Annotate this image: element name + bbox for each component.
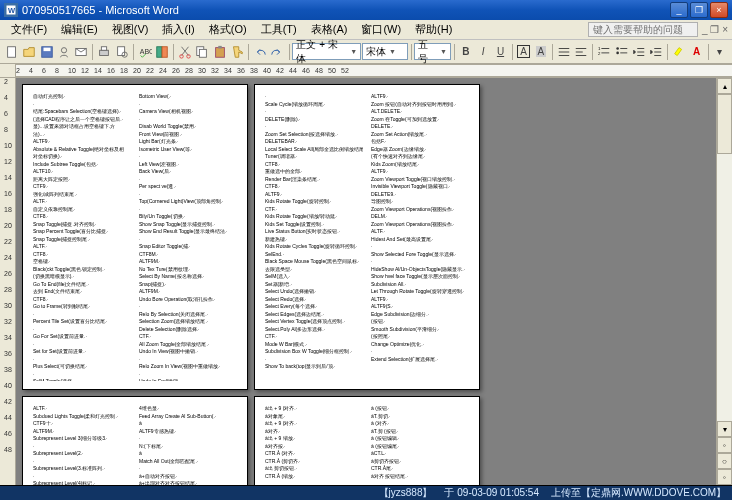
svg-point-23 <box>616 51 619 54</box>
copy-button[interactable] <box>194 43 210 61</box>
font-combo[interactable]: 宋体▼ <box>362 43 407 60</box>
scroll-thumb[interactable] <box>717 94 732 154</box>
spell-button[interactable]: ABC <box>137 43 153 61</box>
menu-format[interactable]: 格式(O) <box>202 20 254 39</box>
status-upload: 上传至【定鼎网.WWW.DDOVE.COM】 <box>551 486 726 500</box>
menu-help[interactable]: 帮助(H) <box>408 20 459 39</box>
svg-rect-19 <box>218 45 222 48</box>
document-area: 自动灯光控制.ᐧᐧ结尾:Spacebars Selection(空格键选择).ᐧ… <box>16 78 716 485</box>
browse-object-button[interactable]: ○ <box>717 453 732 469</box>
menu-window[interactable]: 窗口(W) <box>354 20 408 39</box>
page-1: 自动灯光控制.ᐧᐧ结尾:Spacebars Selection(空格键选择).ᐧ… <box>22 84 248 390</box>
char-shade-button[interactable]: A <box>533 43 549 61</box>
close-button[interactable]: × <box>710 2 728 18</box>
outdent-button[interactable] <box>631 43 647 61</box>
scroll-down-button[interactable]: ▾ <box>717 421 732 437</box>
svg-rect-13 <box>162 46 167 57</box>
status-timestamp: 于 09-03-09 01:05:54 <box>444 486 539 500</box>
svg-rect-2 <box>8 46 16 57</box>
font-color-button[interactable]: A <box>689 43 705 61</box>
cut-button[interactable] <box>177 43 193 61</box>
toolbar: ABC 正文 + 宋体▼ 宋体▼ 五号▼ B I U A A 12 A ▾ <box>0 40 732 64</box>
scroll-track[interactable] <box>717 94 732 421</box>
undo-button[interactable] <box>252 43 268 61</box>
italic-button[interactable]: I <box>475 43 491 61</box>
size-combo[interactable]: 五号▼ <box>414 43 451 60</box>
char-border-button[interactable]: A <box>516 43 532 61</box>
align-left-button[interactable] <box>573 43 589 61</box>
style-combo[interactable]: 正文 + 宋体▼ <box>292 43 361 60</box>
svg-rect-17 <box>200 49 207 57</box>
ruler-vertical[interactable]: 2468101214161820222426283032343638404244… <box>0 78 16 485</box>
format-painter-button[interactable] <box>229 43 245 61</box>
vertical-scrollbar[interactable]: ▴ ▾ ◦ ○ ◦ <box>716 78 732 485</box>
svg-rect-18 <box>215 47 224 57</box>
menu-tools[interactable]: 工具(T) <box>254 20 304 39</box>
minimize-button[interactable]: _ <box>670 2 688 18</box>
redo-button[interactable] <box>269 43 285 61</box>
open-button[interactable] <box>21 43 37 61</box>
svg-rect-4 <box>43 47 50 51</box>
print-button[interactable] <box>96 43 112 61</box>
svg-point-22 <box>616 47 619 50</box>
svg-rect-8 <box>102 46 107 50</box>
underline-button[interactable]: U <box>492 43 508 61</box>
mdi-buttons[interactable]: _ ❐ × <box>702 24 728 35</box>
scroll-up-button[interactable]: ▴ <box>717 78 732 94</box>
svg-point-5 <box>61 47 66 52</box>
bold-button[interactable]: B <box>458 43 474 61</box>
email-button[interactable] <box>73 43 89 61</box>
page-3: ALTF.ᐧSubdued Lights Toggle(柔和灯光控制.ᐧCTF9… <box>22 396 248 485</box>
print-preview-button[interactable] <box>113 43 129 61</box>
menu-file[interactable]: 文件(F) <box>4 20 54 39</box>
menu-insert[interactable]: 插入(I) <box>155 20 201 39</box>
svg-text:W: W <box>8 6 16 15</box>
more-button[interactable]: ▾ <box>712 43 728 61</box>
window-titlebar: W 070950517665 - Microsoft Word _ ❐ × <box>0 0 732 20</box>
window-title: 070950517665 - Microsoft Word <box>22 4 670 16</box>
status-user: 【jyzs888】 <box>379 486 433 500</box>
new-button[interactable] <box>4 43 20 61</box>
svg-text:2: 2 <box>598 50 601 55</box>
app-icon: W <box>4 3 18 17</box>
svg-rect-9 <box>117 46 124 55</box>
svg-rect-12 <box>157 46 162 57</box>
align-dist-button[interactable] <box>556 43 572 61</box>
menu-table[interactable]: 表格(A) <box>304 20 355 39</box>
prev-page-button[interactable]: ◦ <box>717 437 732 453</box>
help-search-input[interactable] <box>588 22 698 37</box>
numbered-list-button[interactable]: 12 <box>596 43 612 61</box>
indent-button[interactable] <box>648 43 664 61</box>
page-2: ᐧScale Cycle(缩放循环周尾.ᐧᐧDELETE(删除).ᐧᐧZoom … <box>254 84 480 390</box>
paste-button[interactable] <box>212 43 228 61</box>
highlight-button[interactable] <box>671 43 687 61</box>
page-4: à出 + 9 (对齐.ᐧà对象尾.ᐧà出 + 9 (对齐.ᐧà对齐.ᐧà出 + … <box>254 396 480 485</box>
menu-edit[interactable]: 编辑(E) <box>54 20 105 39</box>
svg-rect-7 <box>100 50 109 55</box>
status-bar: 【jyzs888】 于 09-03-09 01:05:54 上传至【定鼎网.WW… <box>0 485 732 500</box>
svg-text:ABC: ABC <box>140 47 152 54</box>
bullet-list-button[interactable] <box>614 43 630 61</box>
menu-bar: 文件(F) 编辑(E) 视图(V) 插入(I) 格式(O) 工具(T) 表格(A… <box>0 20 732 40</box>
maximize-button[interactable]: ❐ <box>690 2 708 18</box>
next-page-button[interactable]: ◦ <box>717 469 732 485</box>
save-button[interactable] <box>39 43 55 61</box>
research-button[interactable] <box>154 43 170 61</box>
ruler-horizontal[interactable]: 2468101214161820222426283032343638404244… <box>0 64 732 78</box>
menu-view[interactable]: 视图(V) <box>105 20 156 39</box>
permission-button[interactable] <box>56 43 72 61</box>
